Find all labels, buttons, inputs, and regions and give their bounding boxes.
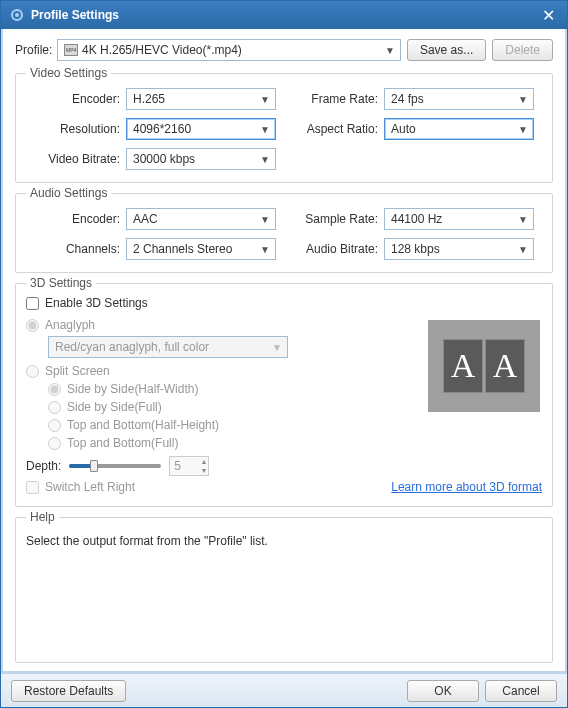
- footer: Restore Defaults OK Cancel: [1, 673, 567, 707]
- delete-button: Delete: [492, 39, 553, 61]
- help-title: Help: [26, 510, 59, 524]
- video-bitrate-label: Video Bitrate:: [26, 152, 126, 166]
- svg-point-1: [15, 13, 19, 17]
- video-encoder-select[interactable]: H.265 ▼: [126, 88, 276, 110]
- chevron-down-icon: ▼: [518, 94, 528, 105]
- video-settings-group: Video Settings Encoder: H.265 ▼ Frame Ra…: [15, 73, 553, 183]
- split-screen-radio-input: [26, 365, 39, 378]
- title-bar: Profile Settings ✕: [1, 1, 567, 29]
- audio-encoder-label: Encoder:: [26, 212, 126, 226]
- anaglyph-radio-input: [26, 319, 39, 332]
- spinner-arrows-icon: ▲▼: [200, 457, 207, 475]
- sample-rate-label: Sample Rate:: [284, 212, 384, 226]
- channels-label: Channels:: [26, 242, 126, 256]
- profile-value: 4K H.265/HEVC Video(*.mp4): [82, 43, 242, 57]
- window-title: Profile Settings: [31, 8, 119, 22]
- 3d-preview: A A: [428, 320, 540, 412]
- audio-settings-title: Audio Settings: [26, 186, 111, 200]
- depth-spinner: 5 ▲▼: [169, 456, 209, 476]
- resolution-label: Resolution:: [26, 122, 126, 136]
- cancel-button[interactable]: Cancel: [485, 680, 557, 702]
- chevron-down-icon: ▼: [272, 342, 282, 353]
- chevron-down-icon: ▼: [518, 214, 528, 225]
- video-settings-title: Video Settings: [26, 66, 111, 80]
- audio-settings-group: Audio Settings Encoder: AAC ▼ Sample Rat…: [15, 193, 553, 273]
- content-area: Profile: 4K H.265/HEVC Video(*.mp4) ▼ Sa…: [1, 29, 567, 673]
- tb-half-radio: Top and Bottom(Half-Height): [48, 418, 542, 432]
- chevron-down-icon: ▼: [518, 244, 528, 255]
- close-icon[interactable]: ✕: [538, 6, 559, 25]
- learn-more-3d-link[interactable]: Learn more about 3D format: [391, 480, 542, 494]
- audio-bitrate-select[interactable]: 128 kbps ▼: [384, 238, 534, 260]
- aspect-ratio-label: Aspect Ratio:: [284, 122, 384, 136]
- chevron-down-icon: ▼: [385, 45, 395, 56]
- help-text: Select the output format from the "Profi…: [26, 534, 268, 548]
- sample-rate-select[interactable]: 44100 Hz ▼: [384, 208, 534, 230]
- tb-full-radio: Top and Bottom(Full): [48, 436, 542, 450]
- gear-icon: [9, 7, 25, 23]
- chevron-down-icon: ▼: [260, 244, 270, 255]
- profile-select[interactable]: 4K H.265/HEVC Video(*.mp4) ▼: [57, 39, 401, 61]
- frame-rate-label: Frame Rate:: [284, 92, 384, 106]
- depth-row: Depth: 5 ▲▼: [26, 456, 542, 476]
- audio-encoder-select[interactable]: AAC ▼: [126, 208, 276, 230]
- switch-lr-checkbox: Switch Left Right: [26, 480, 135, 494]
- enable-3d-input[interactable]: [26, 297, 39, 310]
- aspect-ratio-select[interactable]: Auto ▼: [384, 118, 534, 140]
- profile-settings-window: Profile Settings ✕ Profile: 4K H.265/HEV…: [0, 0, 568, 708]
- 3d-settings-title: 3D Settings: [26, 276, 96, 290]
- mp4-icon: [64, 44, 78, 56]
- ok-button[interactable]: OK: [407, 680, 479, 702]
- enable-3d-checkbox[interactable]: Enable 3D Settings: [26, 296, 148, 310]
- preview-a-right: A: [485, 339, 525, 393]
- restore-defaults-button[interactable]: Restore Defaults: [11, 680, 126, 702]
- chevron-down-icon: ▼: [260, 214, 270, 225]
- chevron-down-icon: ▼: [260, 124, 270, 135]
- preview-a-left: A: [443, 339, 483, 393]
- chevron-down-icon: ▼: [260, 94, 270, 105]
- video-bitrate-select[interactable]: 30000 kbps ▼: [126, 148, 276, 170]
- slider-thumb[interactable]: [90, 460, 98, 472]
- 3d-settings-group: 3D Settings Enable 3D Settings Anaglyph …: [15, 283, 553, 507]
- profile-label: Profile:: [15, 43, 51, 57]
- anaglyph-select: Red/cyan anaglyph, full color ▼: [48, 336, 288, 358]
- profile-row: Profile: 4K H.265/HEVC Video(*.mp4) ▼ Sa…: [15, 39, 553, 61]
- resolution-select[interactable]: 4096*2160 ▼: [126, 118, 276, 140]
- depth-slider[interactable]: [69, 464, 161, 468]
- save-as-button[interactable]: Save as...: [407, 39, 486, 61]
- frame-rate-select[interactable]: 24 fps ▼: [384, 88, 534, 110]
- video-encoder-label: Encoder:: [26, 92, 126, 106]
- chevron-down-icon: ▼: [518, 124, 528, 135]
- depth-label: Depth:: [26, 459, 61, 473]
- audio-bitrate-label: Audio Bitrate:: [284, 242, 384, 256]
- channels-select[interactable]: 2 Channels Stereo ▼: [126, 238, 276, 260]
- help-group: Help Select the output format from the "…: [15, 517, 553, 663]
- chevron-down-icon: ▼: [260, 154, 270, 165]
